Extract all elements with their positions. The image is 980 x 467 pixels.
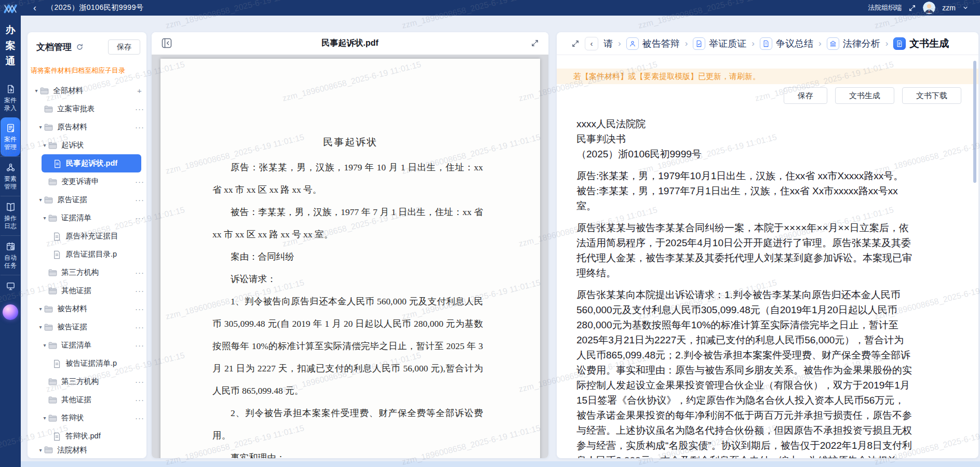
more-actions-icon[interactable]: ···: [133, 214, 146, 222]
tree-folder-第三方机构[interactable]: 第三方机构···: [28, 372, 146, 391]
caret-down-icon[interactable]: ▾: [41, 415, 48, 421]
more-actions-icon[interactable]: ···: [133, 104, 146, 113]
username[interactable]: zzm: [942, 4, 956, 12]
person-icon: [626, 37, 639, 50]
sidebar-item-label: 自动任务: [4, 254, 17, 270]
tree-file-被告证据清单.p[interactable]: 被告证据清单.p: [28, 354, 146, 372]
more-actions-icon[interactable]: ···: [133, 413, 146, 422]
folder-icon: [44, 305, 53, 313]
bottom-strip: [21, 461, 980, 467]
generated-document[interactable]: xxxx人民法院院 民事判决书 （2025）浙0106民初9999号原告:张某某…: [576, 109, 913, 458]
pdf-paragraph: 诉讼请求：: [212, 268, 483, 290]
workflow-step-举证质证[interactable]: 举证质证: [693, 37, 746, 50]
workflow-step-文书生成[interactable]: 文书生成: [893, 37, 949, 50]
avatar[interactable]: [923, 2, 935, 14]
folder-icon: [44, 123, 53, 131]
tree-folder-答辩状[interactable]: ▾答辩状···: [28, 409, 146, 427]
tree-node-label: 民事起诉状.pdf: [66, 158, 128, 168]
tree-folder-原告证据[interactable]: ▾原告证据···: [28, 191, 146, 209]
tree-folder-证据清单[interactable]: ▾证据清单···: [28, 209, 146, 227]
app-name: 办案通: [5, 22, 16, 69]
tree-file-原告补充证据目[interactable]: 原告补充证据目: [28, 227, 146, 245]
caret-down-icon[interactable]: ▾: [41, 142, 48, 148]
more-actions-icon[interactable]: ···: [133, 123, 146, 131]
workflow-button-文书下载[interactable]: 文书下载: [902, 87, 961, 104]
tree-folder-原告材料[interactable]: ▾原告材料···: [28, 118, 146, 136]
caret-down-icon[interactable]: ▾: [37, 197, 44, 203]
caret-down-icon[interactable]: ▾: [37, 324, 44, 330]
workflow-button-保存[interactable]: 保存: [784, 87, 827, 104]
tree-folder-其他证据[interactable]: 其他证据···: [28, 282, 146, 300]
steps-scroll-left-button[interactable]: ‹: [585, 37, 598, 50]
law-icon: [827, 37, 839, 50]
expand-pdf-icon[interactable]: [531, 39, 539, 47]
document-manager-panel: 文档管理 保存 请将案件材料归档至相应子目录 ▾全部材料+立案审批表···▾原告…: [28, 32, 146, 458]
pdf-document-title: 民事起诉状: [160, 136, 540, 149]
more-actions-icon[interactable]: ···: [133, 286, 146, 295]
archive-notice: 请将案件材料归档至相应子目录: [31, 66, 146, 75]
more-actions-icon[interactable]: ···: [133, 304, 146, 313]
caret-down-icon[interactable]: ▾: [33, 88, 40, 94]
tree-node-label: 第三方机构: [61, 377, 133, 386]
doc-gen-icon: [893, 37, 906, 50]
doc-check-icon: [693, 37, 705, 50]
workflow-step-法律分析[interactable]: 法律分析: [827, 37, 880, 50]
more-actions-icon[interactable]: ···: [133, 377, 146, 386]
more-actions-icon[interactable]: ···: [133, 177, 146, 186]
tree-file-原告证据目录.p[interactable]: 原告证据目录.p: [28, 245, 146, 263]
caret-down-icon[interactable]: ▾: [41, 215, 48, 221]
tree-folder-第三方机构[interactable]: 第三方机构···: [28, 263, 146, 282]
chevron-down-icon[interactable]: [962, 5, 969, 11]
back-icon[interactable]: ‹: [33, 3, 36, 12]
sidebar-item-自动任务[interactable]: 自动任务: [1, 235, 20, 275]
tree-folder-立案审批表[interactable]: 立案审批表···: [28, 100, 146, 118]
pdf-paragraph: 事实和理由：: [212, 447, 483, 458]
workflow-step-bar: ‹ 请›被告答辩›举证质证›争议总结›法律分析›文书生成: [557, 32, 978, 55]
more-actions-icon[interactable]: ···: [133, 395, 146, 404]
tree-folder-全部材料[interactable]: ▾全部材料+: [28, 82, 146, 100]
save-button[interactable]: 保存: [108, 39, 140, 55]
caret-down-icon[interactable]: ▾: [37, 447, 44, 453]
pdf-canvas-area[interactable]: 民事起诉状 原告：张某某，男，汉族，1979 年 10 月 1 日出生，住址：x…: [152, 55, 548, 458]
collapse-panel-icon[interactable]: [161, 37, 172, 49]
tree-folder-证据清单[interactable]: ▾证据清单···: [28, 336, 146, 354]
workflow-button-文书生成[interactable]: 文书生成: [835, 87, 894, 104]
workflow-steps: 请›被告答辩›举证质证›争议总结›法律分析›文书生成: [603, 37, 949, 50]
scrollbar-thumb[interactable]: [973, 61, 976, 183]
workflow-step-请[interactable]: 请: [603, 37, 613, 50]
sidebar-item-案件管理[interactable]: 案件管理: [1, 117, 20, 156]
workflow-step-被告答辩[interactable]: 被告答辩: [626, 37, 680, 50]
auto-task-icon: [6, 242, 16, 251]
caret-down-icon[interactable]: ▾: [41, 342, 48, 348]
add-node-icon[interactable]: +: [133, 86, 146, 95]
pdf-file-title: 民事起诉状.pdf: [321, 38, 378, 49]
sidebar-item-案件录入[interactable]: 案件录入: [1, 78, 20, 117]
fullscreen-icon[interactable]: [908, 4, 916, 12]
caret-down-icon[interactable]: ▾: [37, 124, 44, 130]
more-actions-icon[interactable]: ···: [133, 268, 146, 277]
more-actions-icon[interactable]: ···: [133, 323, 146, 331]
tree-folder-起诉状[interactable]: ▾起诉状: [28, 136, 146, 154]
expand-workflow-icon[interactable]: [571, 39, 580, 48]
tree-folder-其他证据[interactable]: 其他证据···: [28, 391, 146, 409]
caret-down-icon[interactable]: ▾: [37, 306, 44, 312]
more-actions-icon[interactable]: ···: [133, 195, 146, 204]
tree-folder-法院材料[interactable]: ▾法院材料: [28, 445, 146, 455]
sidebar-item-要素管理[interactable]: 要素管理: [1, 156, 20, 196]
more-actions-icon[interactable]: ···: [133, 341, 146, 350]
tree-file-答辩状.pdf[interactable]: 答辩状.pdf: [28, 427, 146, 445]
folder-icon: [44, 196, 53, 204]
sidebar-item-操作日志[interactable]: 操作日志: [1, 196, 20, 235]
workflow-step-争议总结[interactable]: 争议总结: [760, 37, 813, 50]
app-logo[interactable]: [3, 2, 18, 15]
tree-file-民事起诉状.pdf[interactable]: 民事起诉状.pdf: [42, 154, 141, 172]
refresh-icon[interactable]: [76, 43, 84, 51]
panel-title: 文档管理: [36, 41, 72, 53]
tree-folder-被告证据[interactable]: ▾被告证据···: [28, 318, 146, 336]
sidebar-item-workbench[interactable]: [1, 275, 20, 296]
tree-folder-被告材料[interactable]: ▾被告材料···: [28, 300, 146, 318]
ai-assistant-button[interactable]: [3, 304, 18, 320]
generated-document-paragraph: 原告:张某某，男，1979年10月1日出生，汉族，住xx省 xx市Xxxxx路x…: [576, 168, 913, 214]
tree-node-label: 其他证据: [61, 286, 133, 296]
tree-folder-变更诉请申[interactable]: 变更诉请申···: [28, 172, 146, 191]
